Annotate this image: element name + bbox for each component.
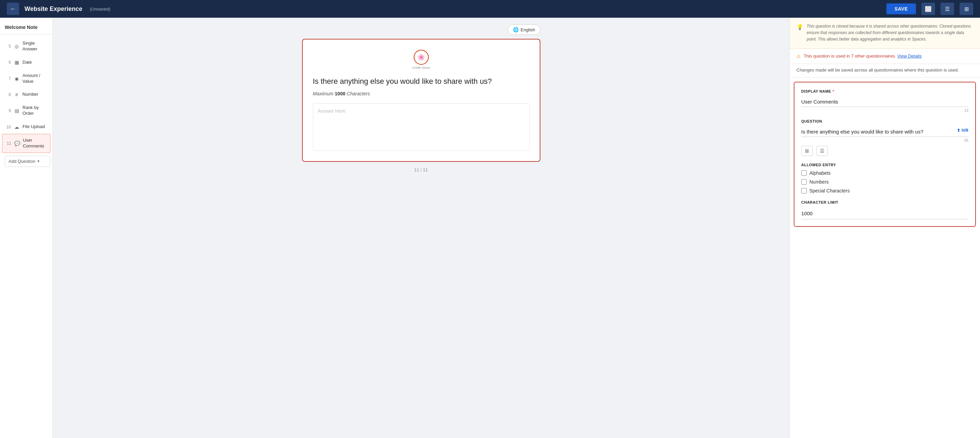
language-bar: 🌐 English: [302, 24, 540, 35]
chevron-down-icon: ▾: [37, 159, 40, 164]
page-indicator: 11 / 11: [414, 167, 428, 172]
monitor-button[interactable]: ⬜: [921, 3, 935, 15]
question-limit: Maximum 1000 Characters: [313, 91, 530, 96]
language-button[interactable]: 🌐 English: [508, 24, 540, 35]
page-title: Website Experience: [24, 5, 83, 13]
grid-icon: ⊞: [964, 6, 969, 12]
sidebar-welcome: Welcome Note: [0, 21, 52, 34]
unsaved-label: (Unsaved): [90, 6, 110, 11]
comments-icon: 💬: [14, 141, 20, 146]
monitor-icon: ⬜: [925, 6, 932, 12]
ivr-button[interactable]: ⬆ IVR: [957, 128, 969, 133]
special-chars-checkbox[interactable]: [801, 188, 807, 193]
number-icon: #: [14, 92, 20, 97]
rank-icon: ▤: [14, 108, 20, 113]
sidebar-item-date[interactable]: 6 ▦ Date: [2, 56, 50, 69]
display-name-group: DISPLAY NAME * 13: [801, 89, 969, 112]
main-layout: Welcome Note 5 ◎ Single Answer 6 ▦ Date …: [0, 18, 980, 438]
sidebar-item-amount-value[interactable]: 7 ◉ Amount / Value: [2, 70, 50, 88]
question-display: Is there anything else you would like to…: [313, 76, 530, 87]
header: ← Website Experience (Unsaved) SAVE ⬜ ☰ …: [0, 0, 980, 18]
card-logo: 🌸 ACME Demo: [313, 50, 530, 70]
right-panel: 💡 This question is cloned because it is …: [789, 18, 980, 438]
char-limit-value: 1000: [801, 208, 969, 219]
add-question-button[interactable]: Add Question ▾: [5, 156, 50, 167]
right-form: DISPLAY NAME * 13 QUESTION ⬆ IVR 55: [794, 82, 976, 227]
lightbulb-icon: 💡: [797, 24, 803, 43]
logo-text: ACME Demo: [412, 66, 430, 70]
back-button[interactable]: ←: [7, 3, 19, 15]
question-icons-row: ⊞ ☰: [801, 146, 969, 156]
upload-icon: ☁: [14, 124, 20, 130]
grid-format-icon-button[interactable]: ⊞: [801, 146, 813, 156]
grid-button[interactable]: ⊞: [959, 3, 973, 15]
warning-icon: ⚠: [797, 54, 801, 59]
question-group: QUESTION ⬆ IVR 55 ⊞ ☰: [801, 119, 969, 156]
numbers-checkbox-item[interactable]: Numbers: [801, 179, 969, 185]
display-name-input[interactable]: [801, 97, 969, 107]
answer-box[interactable]: Answer Here: [313, 103, 530, 151]
view-details-link[interactable]: View Details: [897, 54, 921, 59]
menu-button[interactable]: ☰: [940, 3, 954, 15]
grid-format-icon: ⊞: [805, 148, 809, 154]
char-limit-label: CHARACTER LIMIT: [801, 200, 969, 204]
amount-icon: ◉: [14, 76, 20, 81]
allowed-entry-checkboxes: Alphabets Numbers Special Characters: [801, 170, 969, 193]
display-name-char-count: 13: [801, 108, 969, 112]
center-panel: 🌐 English 🌸 ACME Demo Is there anything …: [53, 18, 789, 438]
list-format-icon: ☰: [820, 148, 824, 154]
upload-ivr-icon: ⬆: [957, 128, 960, 133]
save-button[interactable]: SAVE: [886, 3, 916, 14]
sidebar-item-single-answer[interactable]: 5 ◎ Single Answer: [2, 37, 50, 56]
question-label: QUESTION: [801, 119, 969, 123]
cloned-notice: 💡 This question is cloned because it is …: [790, 18, 980, 49]
numbers-checkbox[interactable]: [801, 179, 807, 185]
special-chars-checkbox-item[interactable]: Special Characters: [801, 188, 969, 193]
changes-notice: Changes made will be saved across all qu…: [790, 64, 980, 78]
display-name-label: DISPLAY NAME *: [801, 89, 969, 93]
sidebar: Welcome Note 5 ◎ Single Answer 6 ▦ Date …: [0, 18, 53, 438]
question-char-count: 55: [801, 138, 969, 142]
char-limit-group: CHARACTER LIMIT 1000: [801, 200, 969, 219]
logo-symbol: 🌸: [417, 54, 425, 61]
logo-circle: 🌸: [414, 50, 429, 65]
sidebar-item-rank-by-order[interactable]: 9 ▤ Rank by Order: [2, 102, 50, 120]
translate-icon: 🌐: [513, 27, 519, 32]
sidebar-item-number[interactable]: 8 # Number: [2, 88, 50, 101]
date-icon: ▦: [14, 60, 20, 65]
list-format-icon-button[interactable]: ☰: [816, 146, 828, 156]
question-input-row: ⬆ IVR: [801, 127, 969, 137]
allowed-entry-label: ALLOWED ENTRY: [801, 163, 969, 167]
menu-icon: ☰: [945, 6, 950, 12]
sidebar-item-file-upload[interactable]: 10 ☁ File Upload: [2, 121, 50, 133]
allowed-entry-group: ALLOWED ENTRY Alphabets Numbers Special …: [801, 163, 969, 193]
sidebar-item-user-comments[interactable]: 11 💬 User Comments: [2, 134, 50, 153]
question-card: 🌸 ACME Demo Is there anything else you w…: [302, 39, 540, 162]
alphabets-checkbox-item[interactable]: Alphabets: [801, 170, 969, 176]
question-input[interactable]: [801, 127, 969, 137]
single-answer-icon: ◎: [14, 44, 20, 49]
alphabets-checkbox[interactable]: [801, 170, 807, 176]
used-notice: ⚠ This question is used in 7 other quest…: [790, 49, 980, 64]
